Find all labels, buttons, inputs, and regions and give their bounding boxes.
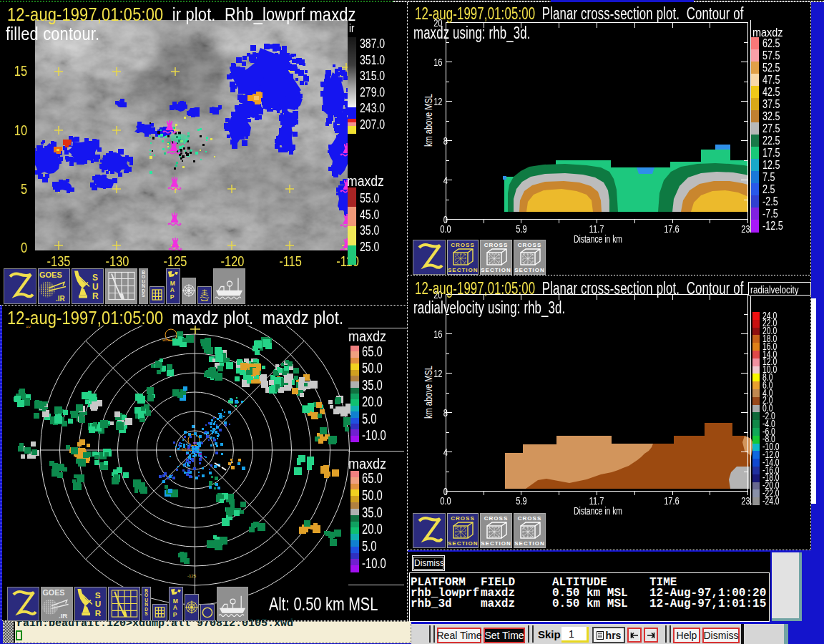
svg-text:P: P <box>170 293 175 301</box>
svg-text:A: A <box>173 604 177 611</box>
svg-text:-125: -125 <box>187 574 197 578</box>
svg-text:A: A <box>170 286 175 293</box>
svg-text:R: R <box>95 608 102 618</box>
svg-text:S: S <box>92 273 98 283</box>
svg-text:.IR: .IR <box>56 295 66 303</box>
svg-text:M: M <box>170 280 175 287</box>
svg-text:U: U <box>92 282 99 292</box>
svg-text:S: S <box>95 590 101 600</box>
svg-text:.IR: .IR <box>59 612 67 620</box>
svg-text:M: M <box>173 597 178 605</box>
svg-text:GOES: GOES <box>42 588 64 597</box>
svg-text:R: R <box>92 291 99 301</box>
svg-text:GOES: GOES <box>39 270 62 279</box>
svg-text:P: P <box>173 611 177 618</box>
svg-text:U: U <box>95 599 101 608</box>
